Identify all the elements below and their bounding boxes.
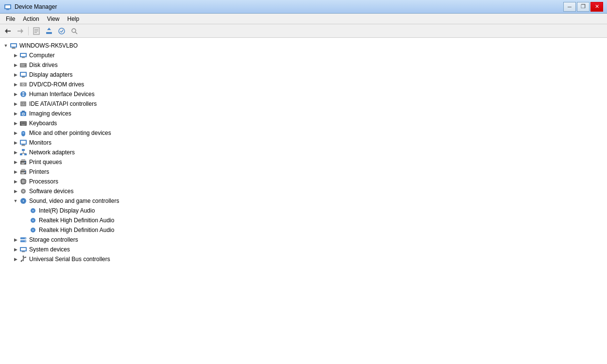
usb-label: Universal Serial Bus controllers — [29, 256, 110, 263]
ide-expand[interactable] — [12, 100, 19, 108]
svg-rect-97 — [24, 184, 24, 185]
computer-expand[interactable] — [12, 51, 19, 59]
tree-item-ide[interactable]: IDE ATA/ATAPI controllers — [0, 99, 607, 109]
close-button[interactable]: ✕ — [590, 2, 603, 12]
software-devices-expand[interactable] — [12, 187, 19, 195]
svg-rect-52 — [24, 122, 25, 123]
svg-point-99 — [22, 190, 24, 192]
enable-icon — [58, 27, 66, 35]
svg-point-111 — [33, 230, 34, 231]
menu-view[interactable]: View — [43, 15, 64, 23]
tree-item-keyboards[interactable]: Keyboards — [0, 118, 607, 128]
hid-expand[interactable] — [12, 90, 19, 98]
svg-point-27 — [25, 65, 26, 66]
sound-expand[interactable] — [12, 197, 19, 205]
tree-item-intel-audio[interactable]: Intel(R) Display Audio — [0, 206, 607, 215]
tree-item-network[interactable]: Network adapters — [0, 148, 607, 157]
window-title: Device Manager — [15, 3, 57, 10]
monitors-icon — [19, 139, 27, 147]
mice-expand[interactable] — [12, 129, 19, 137]
svg-rect-42 — [22, 104, 23, 104]
menu-file[interactable]: File — [2, 15, 19, 23]
intel-audio-icon — [29, 207, 37, 215]
svg-rect-20 — [12, 48, 15, 49]
dvd-expand[interactable] — [12, 81, 19, 88]
main-content[interactable]: WINDOWS-RK5VLBO Computer — [0, 38, 607, 364]
storage-label: Storage controllers — [29, 236, 78, 243]
tree-item-system-devices[interactable]: System devices — [0, 245, 607, 254]
tree-item-imaging[interactable]: Imaging devices — [0, 109, 607, 118]
svg-rect-58 — [22, 125, 25, 125]
tree-item-disk-drives[interactable]: Disk drives — [0, 60, 607, 70]
network-icon — [19, 149, 27, 156]
tree-item-processors[interactable]: Processors — [0, 177, 607, 186]
tree-item-realtek-audio-2[interactable]: Realtek High Definition Audio — [0, 225, 607, 235]
svg-point-126 — [21, 261, 22, 262]
monitors-expand[interactable] — [12, 139, 19, 147]
tree-item-usb[interactable]: Universal Serial Bus controllers — [0, 254, 607, 264]
root-node[interactable]: WINDOWS-RK5VLBO — [0, 41, 607, 50]
svg-rect-96 — [23, 184, 23, 185]
svg-rect-2 — [6, 9, 9, 10]
tree-item-computer[interactable]: Computer — [0, 50, 607, 60]
title-bar-left: Device Manager — [4, 3, 57, 11]
tree-item-display-adapters[interactable]: Display adapters — [0, 70, 607, 80]
print-queues-expand[interactable] — [12, 158, 19, 166]
svg-rect-21 — [12, 49, 16, 49]
printers-expand[interactable] — [12, 168, 19, 176]
toolbar — [0, 24, 607, 38]
svg-rect-95 — [22, 184, 22, 185]
tree-item-realtek-audio-1[interactable]: Realtek High Definition Audio — [0, 215, 607, 225]
svg-rect-37 — [22, 94, 24, 95]
tree-item-printers[interactable]: Printers — [0, 167, 607, 177]
realtek-audio-1-label: Realtek High Definition Audio — [39, 217, 114, 224]
svg-rect-70 — [24, 153, 27, 155]
tree-item-hid[interactable]: Human Interface Devices — [0, 89, 607, 99]
tree-item-print-queues[interactable]: Print queues — [0, 157, 607, 167]
network-expand[interactable] — [12, 149, 19, 156]
mice-label: Mice and other pointing devices — [29, 130, 111, 136]
svg-rect-23 — [21, 54, 26, 56]
enable-button[interactable] — [56, 26, 67, 36]
printers-icon — [19, 168, 27, 176]
update-driver-button[interactable] — [43, 26, 55, 36]
menu-help[interactable]: Help — [64, 15, 84, 23]
menu-action[interactable]: Action — [19, 15, 43, 23]
svg-rect-43 — [24, 103, 25, 103]
svg-rect-81 — [21, 172, 25, 173]
back-button[interactable] — [2, 26, 14, 36]
system-devices-expand[interactable] — [12, 246, 19, 253]
storage-expand[interactable] — [12, 236, 19, 244]
printers-label: Printers — [29, 168, 49, 175]
restore-button[interactable]: ❐ — [577, 2, 590, 12]
sound-label: Sound, video and game controllers — [29, 198, 119, 204]
tree-item-sound[interactable]: Sound, video and game controllers — [0, 196, 607, 206]
tree-item-software-devices[interactable]: Software devices — [0, 186, 607, 196]
processors-expand[interactable] — [12, 178, 19, 185]
tree-item-mice[interactable]: Mice and other pointing devices — [0, 128, 607, 138]
svg-rect-77 — [21, 164, 24, 164]
svg-point-124 — [23, 256, 24, 257]
disk-expand[interactable] — [12, 61, 19, 69]
keyboards-expand[interactable] — [12, 119, 19, 127]
imaging-expand[interactable] — [12, 110, 19, 117]
svg-rect-125 — [25, 257, 26, 258]
scan-button[interactable] — [68, 26, 80, 36]
minimize-button[interactable]: ─ — [563, 2, 576, 12]
computer-label: Computer — [29, 52, 55, 59]
svg-marker-12 — [47, 28, 51, 30]
properties-button[interactable] — [31, 26, 42, 36]
svg-rect-76 — [21, 163, 25, 163]
tree-item-monitors[interactable]: Monitors — [0, 138, 607, 148]
usb-expand[interactable] — [12, 255, 19, 263]
svg-rect-120 — [22, 251, 25, 252]
root-expand[interactable] — [2, 42, 10, 50]
svg-rect-54 — [21, 124, 22, 125]
tree-item-storage[interactable]: Storage controllers — [0, 235, 607, 245]
svg-line-15 — [62, 30, 64, 32]
tree-item-dvd-drives[interactable]: DVD/CD-ROM drives — [0, 80, 607, 89]
svg-rect-53 — [25, 122, 26, 123]
intel-audio-label: Intel(R) Display Audio — [39, 207, 95, 214]
forward-button[interactable] — [15, 26, 26, 36]
display-expand[interactable] — [12, 71, 19, 79]
